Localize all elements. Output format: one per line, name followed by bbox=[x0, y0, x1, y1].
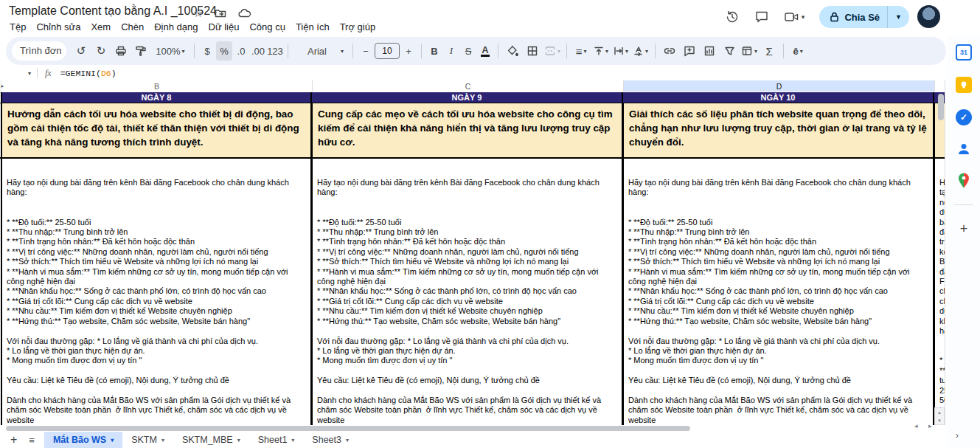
text-wrap-button[interactable]: ▾ bbox=[611, 41, 630, 61]
comments-icon[interactable] bbox=[754, 10, 769, 24]
avatar[interactable] bbox=[917, 5, 940, 28]
format-percent-button[interactable]: % bbox=[216, 41, 232, 61]
add-sheet-button[interactable]: + bbox=[10, 433, 17, 447]
cell-day-c[interactable]: NGÀY 9 bbox=[312, 92, 623, 103]
redo-button[interactable]: ↻ bbox=[91, 41, 111, 61]
print-button[interactable] bbox=[111, 41, 131, 61]
more-formats-button[interactable]: 123 bbox=[267, 41, 283, 61]
sheet-tab-sheet1[interactable]: Sheet1 ▾ bbox=[249, 432, 304, 448]
cell-day-b[interactable]: NGÀY 8 bbox=[1, 92, 312, 103]
toolbar-divider bbox=[783, 44, 784, 58]
video-call-icon[interactable]: ▾ bbox=[784, 10, 805, 24]
column-header-c[interactable]: C bbox=[312, 80, 623, 92]
sheet-tab-sktm-mbe[interactable]: SKTM_MBE ▾ bbox=[173, 432, 249, 448]
horizontal-scroll-arrows[interactable]: ◂ ▸ bbox=[914, 422, 936, 430]
show-side-panel-chevron-icon[interactable]: › bbox=[956, 430, 959, 441]
fx-icon: fx bbox=[45, 68, 52, 79]
cell-content-c-text: Hãy tạo nội dung bài đăng trên kênh Bài … bbox=[317, 178, 603, 425]
all-sheets-button[interactable]: ≡ bbox=[29, 435, 35, 446]
insert-comment-button[interactable] bbox=[680, 41, 699, 61]
sheet-tab-caret-icon[interactable]: ▾ bbox=[111, 437, 114, 444]
sheet-tab-sheet3[interactable]: Sheet3 ▾ bbox=[303, 432, 358, 448]
share-button-label: Chia Sẻ bbox=[844, 12, 880, 23]
sheet-tab-sktm[interactable]: SKTM ▾ bbox=[122, 432, 173, 448]
undo-button[interactable]: ↺ bbox=[72, 41, 91, 61]
text-color-button[interactable]: A bbox=[477, 41, 493, 61]
menu-cong-cu[interactable]: Công cụ bbox=[244, 21, 290, 33]
cell-content-d[interactable]: Hãy tạo nội dung bài đăng trên kênh Bài … bbox=[623, 159, 934, 425]
bold-button[interactable]: B bbox=[426, 41, 442, 61]
keep-icon[interactable] bbox=[956, 77, 972, 93]
insert-chart-button[interactable] bbox=[700, 41, 719, 61]
zoom-select[interactable]: 100% ▾ bbox=[151, 41, 190, 61]
cell-content-b[interactable]: Hãy tạo nội dung bài đăng trên kênh Bài … bbox=[1, 159, 312, 425]
create-filter-button[interactable] bbox=[720, 41, 739, 61]
sheet-tab-mat-bao-ws[interactable]: Mắt Bão WS ▾ bbox=[44, 432, 122, 448]
table-views-button[interactable]: ▾ bbox=[740, 41, 759, 61]
increase-decimal-button[interactable]: .00 bbox=[250, 41, 266, 61]
input-tools-button[interactable]: ê ▾ bbox=[788, 41, 807, 61]
menu-tep[interactable]: Tệp bbox=[4, 21, 31, 33]
share-button[interactable]: Chia Sẻ ▼ bbox=[819, 6, 909, 28]
horizontal-scrollbar-thumb[interactable] bbox=[6, 426, 690, 431]
menu-tien-ich[interactable]: Tiện ích bbox=[291, 21, 335, 33]
sheet-tab-caret-icon[interactable]: ▾ bbox=[161, 437, 164, 444]
format-currency-button[interactable]: $ bbox=[199, 41, 215, 61]
column-header-b[interactable]: B bbox=[1, 80, 312, 92]
tasks-icon[interactable]: ✓ bbox=[956, 109, 972, 125]
toolbar-divider bbox=[352, 44, 353, 58]
grid-right-border bbox=[945, 80, 945, 425]
paint-format-button[interactable] bbox=[131, 41, 150, 61]
vertical-scrollbar-thumb[interactable] bbox=[938, 94, 944, 120]
menus-search-field[interactable]: Trình đơn bbox=[12, 41, 66, 61]
maps-icon[interactable] bbox=[958, 173, 970, 188]
functions-button[interactable]: Σ bbox=[760, 41, 779, 61]
sheet-tab-caret-icon[interactable]: ▾ bbox=[237, 437, 240, 444]
cell-concept-d[interactable]: Giải thích các số liệu phân tích website… bbox=[623, 103, 934, 157]
menu-chinh-sua[interactable]: Chỉnh sửa bbox=[31, 21, 86, 33]
formula-input[interactable]: =GEMINI(D6) bbox=[60, 69, 117, 78]
version-history-icon[interactable] bbox=[725, 10, 740, 24]
star-icon[interactable]: ☆ bbox=[193, 7, 203, 20]
menu-tro-giup[interactable]: Trợ giúp bbox=[335, 21, 381, 33]
borders-button[interactable] bbox=[523, 41, 542, 61]
font-size-input[interactable]: 10 bbox=[375, 43, 400, 59]
get-add-ons-button[interactable]: + bbox=[960, 221, 968, 237]
font-family-caret-icon[interactable]: ▾ bbox=[341, 48, 344, 55]
merge-cells-button[interactable]: ▾ bbox=[543, 41, 562, 61]
decrease-decimal-button[interactable]: .0 bbox=[233, 41, 249, 61]
table-views-caret-icon: ▾ bbox=[754, 48, 757, 55]
menu-xem[interactable]: Xem bbox=[86, 21, 116, 33]
formula-suffix: ) bbox=[111, 69, 117, 78]
sheet-tab-label: Mắt Bão WS bbox=[53, 435, 106, 445]
cell-concept-c[interactable]: Cung cấp các mẹo về cách tối ưu hóa webs… bbox=[312, 103, 623, 157]
font-family-select[interactable]: Arial bbox=[293, 41, 338, 61]
cloud-status-icon[interactable] bbox=[238, 8, 251, 19]
menu-dinh-dang[interactable]: Định dạng bbox=[149, 21, 203, 33]
increase-font-size-button[interactable]: + bbox=[400, 41, 417, 61]
cell-content-c[interactable]: Hãy tạo nội dung bài đăng trên kênh Bài … bbox=[312, 159, 623, 425]
share-caret-icon[interactable]: ▼ bbox=[888, 13, 909, 21]
fill-color-button[interactable] bbox=[503, 41, 522, 61]
contacts-icon[interactable] bbox=[956, 142, 971, 156]
cell-concept-b[interactable]: Hướng dẫn cách tối ưu hóa website cho th… bbox=[1, 103, 312, 157]
strikethrough-button[interactable]: S bbox=[460, 41, 476, 61]
document-title[interactable]: Template Content tạo bằng A.I _100524 bbox=[9, 4, 217, 18]
move-folder-icon[interactable] bbox=[215, 7, 226, 19]
cell-content-partial[interactable]: Hãy tạo nội dung bài đăng trên kênh Bài … bbox=[934, 159, 945, 425]
menu-chen[interactable]: Chèn bbox=[116, 21, 149, 33]
menu-du-lieu[interactable]: Dữ liệu bbox=[204, 21, 245, 33]
cell-day-d[interactable]: NGÀY 10 bbox=[623, 92, 934, 103]
column-header-d[interactable]: D bbox=[623, 80, 934, 92]
horizontal-align-button[interactable]: ≡▾ bbox=[571, 41, 591, 61]
insert-link-button[interactable] bbox=[660, 41, 679, 61]
vertical-align-button[interactable]: ▾ bbox=[591, 41, 611, 61]
name-box[interactable]: ▾ bbox=[0, 70, 37, 77]
sheet-tab-caret-icon[interactable]: ▾ bbox=[346, 437, 349, 444]
italic-button[interactable]: I bbox=[443, 41, 459, 61]
column-header-partial[interactable] bbox=[934, 80, 945, 92]
calendar-icon[interactable]: 31 bbox=[956, 44, 972, 61]
decrease-font-size-button[interactable]: − bbox=[358, 41, 374, 61]
sheet-tab-caret-icon[interactable]: ▾ bbox=[291, 437, 294, 444]
text-rotation-button[interactable]: ▾ bbox=[631, 41, 650, 61]
